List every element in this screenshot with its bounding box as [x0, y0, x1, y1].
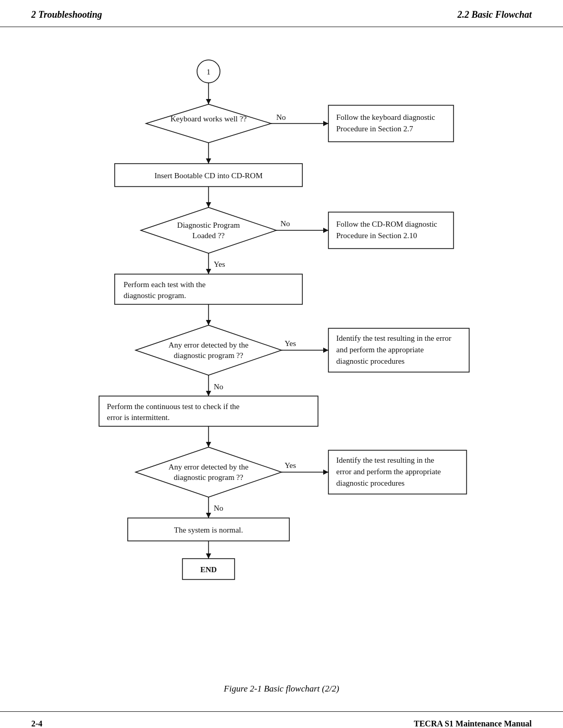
svg-text:Procedure in Section 2.10: Procedure in Section 2.10	[336, 231, 417, 240]
svg-text:diagnostic procedures: diagnostic procedures	[336, 479, 405, 487]
page: 2 Troubleshooting 2.2 Basic Flowchat tex…	[0, 0, 563, 728]
svg-marker-17	[206, 202, 211, 207]
figure-caption: Figure 2-1 Basic flowchart (2/2)	[31, 684, 532, 694]
svg-text:diagnostic procedures: diagnostic procedures	[336, 357, 405, 365]
svg-text:The system is normal.: The system is normal.	[174, 526, 243, 534]
svg-text:Perform each test with the: Perform each test with the	[124, 280, 206, 289]
svg-marker-3	[206, 99, 211, 104]
svg-text:and perform the appropriate: and perform the appropriate	[336, 346, 424, 354]
svg-text:Loaded  ??: Loaded ??	[192, 231, 225, 240]
svg-text:No: No	[276, 113, 286, 121]
svg-marker-53	[136, 447, 282, 497]
page-content: text { font-family: 'Times New Roman', T…	[0, 27, 563, 728]
svg-rect-9	[328, 105, 454, 142]
svg-text:Diagnostic Program: Diagnostic Program	[177, 221, 240, 229]
svg-marker-39	[323, 348, 328, 353]
svg-text:diagnostic program ??: diagnostic program ??	[174, 473, 243, 482]
header-right: 2.2 Basic Flowchat	[457, 9, 532, 20]
svg-text:Yes: Yes	[285, 461, 296, 470]
header-left: 2 Troubleshooting	[31, 9, 102, 20]
svg-text:Insert Bootable CD into CD-ROM: Insert Bootable CD into CD-ROM	[154, 171, 263, 180]
svg-text:Follow the CD-ROM diagnostic: Follow the CD-ROM diagnostic	[336, 220, 437, 228]
svg-marker-34	[206, 320, 211, 325]
svg-marker-7	[323, 121, 328, 126]
svg-text:Procedure in Section 2.7: Procedure in Section 2.7	[336, 125, 413, 133]
svg-marker-57	[323, 470, 328, 475]
svg-text:Yes: Yes	[285, 339, 296, 348]
svg-text:Identify the test resulting in: Identify the test resulting in the	[336, 456, 434, 464]
svg-marker-35	[136, 325, 282, 375]
svg-text:error and perform the appropri: error and perform the appropriate	[336, 467, 441, 476]
svg-text:Any error detected by the: Any error detected by the	[168, 341, 249, 349]
svg-text:Perform the continuous test to: Perform the continuous test to check if …	[107, 402, 240, 411]
svg-text:END: END	[200, 565, 217, 574]
svg-text:Any error detected by the: Any error detected by the	[168, 463, 249, 471]
svg-text:Yes: Yes	[214, 260, 225, 268]
svg-text:Identify the test resulting in: Identify the test resulting in the error	[336, 334, 451, 342]
svg-rect-48	[99, 396, 318, 426]
svg-text:diagnostic program.: diagnostic program.	[124, 291, 186, 300]
svg-marker-69	[206, 553, 211, 559]
page-header: 2 Troubleshooting 2.2 Basic Flowchat	[0, 0, 563, 27]
flowchart-svg: text { font-family: 'Times New Roman', T…	[47, 43, 516, 668]
svg-marker-4	[146, 104, 271, 143]
svg-text:No: No	[214, 382, 223, 391]
svg-text:Keyboard works well ??: Keyboard works well ??	[170, 115, 247, 123]
svg-text:1: 1	[206, 68, 211, 76]
page-footer: 2-4 TECRA S1 Maintenance Manual	[0, 711, 563, 728]
svg-marker-18	[141, 207, 276, 253]
footer-title: TECRA S1 Maintenance Manual	[414, 719, 532, 728]
svg-text:No: No	[280, 219, 290, 228]
svg-marker-46	[206, 391, 211, 396]
svg-marker-13	[206, 158, 211, 164]
svg-rect-24	[328, 212, 454, 249]
flowchart: text { font-family: 'Times New Roman', T…	[47, 43, 516, 668]
footer-page-number: 2-4	[31, 719, 42, 728]
svg-text:diagnostic program ??: diagnostic program ??	[174, 351, 243, 360]
svg-marker-52	[206, 442, 211, 447]
svg-text:Follow the keyboard diagnostic: Follow the keyboard diagnostic	[336, 113, 435, 121]
svg-marker-28	[206, 269, 211, 274]
svg-marker-64	[206, 513, 211, 518]
svg-text:No: No	[214, 504, 223, 512]
svg-text:error is intermittent.: error is intermittent.	[107, 413, 169, 422]
svg-rect-30	[115, 274, 302, 304]
svg-marker-22	[323, 228, 328, 233]
